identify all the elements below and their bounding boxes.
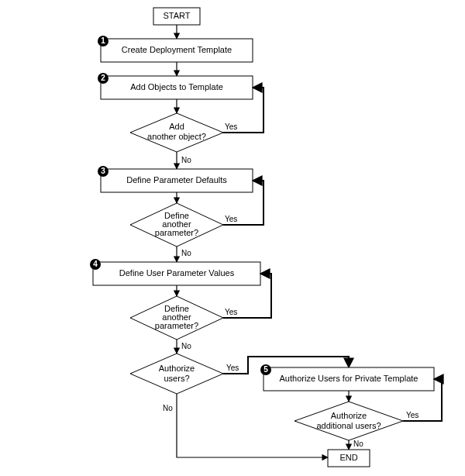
svg-text:parameter?: parameter? xyxy=(155,228,198,237)
svg-text:Yes: Yes xyxy=(225,122,237,131)
svg-text:Yes: Yes xyxy=(226,364,239,372)
svg-text:1: 1 xyxy=(101,36,105,45)
svg-text:5: 5 xyxy=(264,365,268,374)
end-label: END xyxy=(339,453,357,462)
step-2-label: Add Objects to Template xyxy=(130,82,223,91)
svg-text:Add: Add xyxy=(169,122,184,131)
step-1-label: Create Deployment Template xyxy=(122,45,232,54)
svg-text:2: 2 xyxy=(101,74,105,82)
step-5-label: Authorize Users for Private Template xyxy=(280,374,418,383)
svg-text:No: No xyxy=(353,440,363,448)
flowchart: START 1 Create Deployment Template 2 Add… xyxy=(0,0,465,476)
svg-text:Yes: Yes xyxy=(225,215,237,223)
svg-text:Authorize: Authorize xyxy=(159,364,195,373)
svg-text:4: 4 xyxy=(93,260,98,268)
svg-text:No: No xyxy=(181,342,191,350)
svg-text:another object?: another object? xyxy=(147,132,206,141)
svg-text:users?: users? xyxy=(164,374,189,383)
svg-text:Yes: Yes xyxy=(406,411,418,419)
svg-text:No: No xyxy=(181,156,191,164)
step-3-label: Define Parameter Defaults xyxy=(126,175,227,185)
svg-text:No: No xyxy=(181,249,191,257)
svg-text:No: No xyxy=(163,404,173,412)
start-label: START xyxy=(163,11,190,20)
svg-text:Authorize: Authorize xyxy=(331,411,367,420)
svg-text:parameter?: parameter? xyxy=(155,321,198,330)
svg-text:additional users?: additional users? xyxy=(316,421,381,430)
svg-text:3: 3 xyxy=(101,167,105,175)
step-4-label: Define User Parameter Values xyxy=(119,268,235,278)
svg-text:Yes: Yes xyxy=(225,308,237,316)
